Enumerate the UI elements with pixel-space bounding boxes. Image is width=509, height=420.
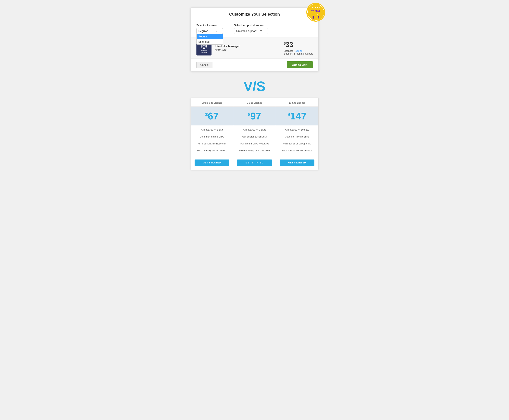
svg-point-12 (203, 45, 205, 46)
add-to-cart-button[interactable]: Add to Cart (287, 61, 313, 68)
feature-3-2: Get Smart Internal Links (279, 135, 316, 140)
vs-text: V/S (243, 79, 265, 94)
card-price-value-3: 147 (290, 111, 306, 121)
product-author: by DAEXT (215, 49, 281, 51)
get-started-btn-3[interactable]: GET STARTED (280, 159, 314, 166)
card-price-symbol-2: $ (248, 112, 250, 117)
price-symbol: $ (284, 42, 286, 45)
support-label: Select support duration (234, 24, 268, 27)
card-price-value-2: 97 (250, 111, 261, 121)
card-price-2: $97 (248, 111, 261, 121)
modal-header: Customize Your Selection (191, 8, 318, 20)
price-details: License: Regular Support: 6 months suppo… (284, 49, 312, 55)
card-footer-2: GET STARTED (233, 157, 276, 170)
card-footer-3: GET STARTED (276, 157, 318, 170)
card-header-1: Single Site License (191, 98, 233, 107)
support-select[interactable]: 6 months support ▼ (234, 28, 268, 34)
license-option-extended[interactable]: Extended (197, 39, 223, 44)
card-features-2: All Features for 3 Sites Get Smart Inter… (233, 126, 276, 157)
feature-2-1: All Features for 3 Sites (236, 128, 273, 133)
card-price-value-1: 67 (208, 111, 219, 121)
card-price-section-1: $67 (191, 107, 233, 126)
feature-3-3: Full Internal Links Reporting (279, 142, 316, 147)
support-detail-value: 6 months support (294, 52, 312, 55)
product-name: Interlinks Manager (215, 45, 281, 48)
product-logo-text: InterlinksManager (201, 50, 207, 54)
product-author-name: DAEXT (218, 49, 226, 51)
modal-title: Customize Your Selection (229, 12, 280, 16)
license-dropdown-trigger[interactable]: Regular ▼ (197, 28, 223, 34)
winner-badge: ★ ★ ★ ★ ★ Winner ★ ★ ★ ★ ★ (305, 2, 326, 22)
pricing-card-1: Single Site License $67 All Features for… (191, 98, 233, 170)
license-selected-value: Regular (198, 30, 208, 32)
get-started-btn-1[interactable]: GET STARTED (195, 159, 229, 166)
modal-wrapper: ★ ★ ★ ★ ★ Winner ★ ★ ★ ★ ★ Customize You… (191, 8, 319, 71)
feature-1-1: All Features for 1 Site (193, 128, 230, 133)
support-selected-value: 6 months support (236, 30, 257, 32)
feature-1-2: Get Smart Internal Links (193, 135, 230, 140)
card-price-3: $147 (288, 111, 306, 121)
card-header-2: 3 Site License (233, 98, 276, 107)
product-info: Interlinks Manager by DAEXT (215, 45, 281, 51)
feature-1-3: Full Internal Links Reporting (193, 142, 230, 147)
card-price-symbol-1: $ (205, 112, 208, 117)
card-features-3: All Features for 10 Sites Get Smart Inte… (276, 126, 318, 157)
support-detail-label: Support: (284, 52, 293, 55)
card-price-1: $67 (205, 111, 219, 121)
license-dropdown-menu: Regular Extended (197, 34, 223, 45)
license-detail-label: License: (284, 49, 293, 52)
get-started-btn-2[interactable]: GET STARTED (237, 159, 272, 166)
card-title-2: 3 Site License (247, 101, 262, 104)
license-option-regular[interactable]: Regular (197, 34, 223, 39)
feature-2-4: Billed Annually Until Cancelled (236, 149, 273, 154)
card-title-3: 10 Site License (289, 101, 305, 104)
license-detail-value[interactable]: Regular (294, 49, 302, 52)
support-select-group: Select support duration 6 months support… (234, 24, 268, 34)
card-header-3: 10 Site License (276, 98, 318, 107)
pricing-card-3: 10 Site License $147 All Features for 10… (276, 98, 318, 170)
modal-footer: Cancel Add to Cart (191, 59, 318, 71)
price-value: 33 (286, 41, 293, 49)
modal: Customize Your Selection Select a Licens… (191, 8, 319, 71)
feature-1-4: Billed Annually Until Cancelled (193, 149, 230, 154)
card-price-symbol-3: $ (288, 112, 290, 117)
feature-2-3: Full Internal Links Reporting (236, 142, 273, 147)
svg-text:Winner: Winner (311, 9, 320, 12)
card-footer-1: GET STARTED (191, 157, 233, 170)
license-select-group: Select a License Regular ▼ Regular Exten… (197, 24, 223, 34)
license-select-wrapper[interactable]: Regular ▼ Regular Extended (197, 28, 223, 34)
support-dropdown-arrow: ▼ (260, 30, 263, 32)
card-features-1: All Features for 1 Site Get Smart Intern… (191, 126, 233, 157)
svg-text:★ ★ ★ ★ ★: ★ ★ ★ ★ ★ (311, 14, 320, 16)
feature-3-1: All Features for 10 Sites (279, 128, 316, 133)
product-price-info: $33 License: Regular Support: 6 months s… (284, 41, 312, 55)
svg-text:★ ★ ★ ★ ★: ★ ★ ★ ★ ★ (311, 7, 320, 8)
product-price: $33 (284, 41, 312, 49)
card-price-section-2: $97 (233, 107, 276, 126)
pricing-container: Single Site License $67 All Features for… (191, 98, 319, 170)
license-label: Select a License (197, 24, 223, 27)
card-title-1: Single Site License (202, 101, 222, 104)
feature-3-4: Billed Annually Until Cancelled (279, 149, 316, 154)
card-price-section-3: $147 (276, 107, 318, 126)
cancel-button[interactable]: Cancel (197, 62, 213, 68)
pricing-card-2: 3 Site License $97 All Features for 3 Si… (233, 98, 276, 170)
modal-selects-row: Select a License Regular ▼ Regular Exten… (191, 20, 318, 38)
feature-2-2: Get Smart Internal Links (236, 135, 273, 140)
license-dropdown-arrow: ▼ (215, 30, 217, 32)
